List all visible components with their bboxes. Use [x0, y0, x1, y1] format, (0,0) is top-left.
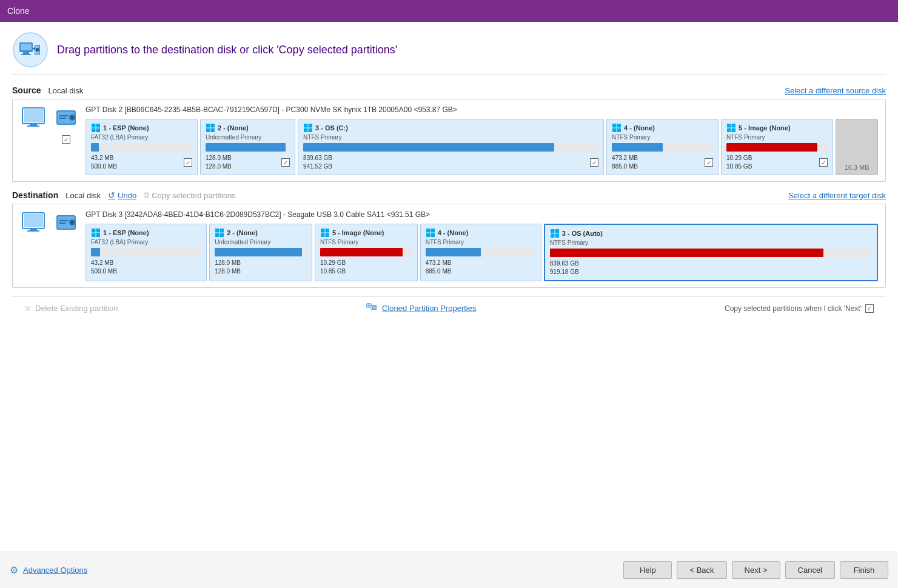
gray-space-label: 16.3 MB: [845, 164, 870, 171]
svg-rect-21: [210, 124, 215, 128]
svg-rect-4: [21, 54, 31, 55]
partition-size-values: 473.2 MB885.0 MB: [426, 259, 452, 276]
dest-partition-4[interactable]: 4 - (None) NTFS Primary 473.2 MB885.0 MB: [420, 224, 541, 281]
partition-checkbox[interactable]: [819, 158, 828, 167]
partition-checkbox[interactable]: [705, 158, 713, 167]
help-button[interactable]: Help: [623, 561, 672, 579]
finish-button[interactable]: Finish: [840, 561, 888, 579]
partition-size-values: 128.0 MB128.0 MB: [215, 259, 241, 276]
source-disk-container: GPT Disk 2 [BB06C645-2235-4B5B-BCAC-7912…: [12, 99, 886, 182]
source-partition-5[interactable]: 5 - Image (None) NTFS Primary 10.29 GB10…: [721, 119, 833, 175]
svg-rect-32: [727, 124, 731, 128]
svg-rect-20: [206, 124, 210, 128]
partition-size-values: 43.2 MB500.0 MB: [91, 154, 117, 171]
cancel-button[interactable]: Cancel: [785, 561, 835, 579]
partition-title: 2 - (None): [215, 228, 307, 238]
partition-checkbox-area[interactable]: [705, 158, 713, 167]
partition-title: 3 - OS (Auto): [550, 229, 872, 238]
partition-type: NTFS Primary: [550, 239, 872, 246]
partition-checkbox-area[interactable]: [590, 158, 598, 167]
source-monitor-icon: [20, 105, 47, 134]
partition-bar-bg: [206, 143, 290, 152]
next-button[interactable]: Next >: [732, 561, 780, 579]
source-partition-2[interactable]: 2 - (None) Unformatted Primary 128.0 MB1…: [200, 119, 295, 175]
partition-checkbox[interactable]: [184, 158, 192, 167]
source-select-checkbox[interactable]: [62, 135, 70, 144]
partition-checkbox[interactable]: [590, 158, 598, 167]
svg-rect-51: [220, 229, 224, 233]
svg-rect-18: [92, 129, 96, 133]
partition-checkbox-area[interactable]: [281, 158, 290, 167]
destination-hdd-icon: [54, 210, 78, 236]
dest-partition-2[interactable]: 2 - (None) Unformatted Primary 128.0 MB1…: [209, 224, 312, 281]
partition-sizes: 10.29 GB10.85 GB: [320, 259, 412, 276]
partition-size-values: 10.29 GB10.85 GB: [320, 259, 346, 276]
delete-x-icon: ✕: [24, 304, 32, 313]
dest-partition-1[interactable]: 1 - ESP (None) FAT32 (LBA) Primary 43.2 …: [85, 224, 207, 281]
partition-size-values: 43.2 MB500.0 MB: [91, 259, 117, 276]
svg-rect-23: [210, 129, 215, 133]
partition-title: 5 - Image (None): [726, 123, 828, 133]
svg-rect-54: [321, 229, 325, 233]
svg-rect-14: [59, 115, 69, 116]
back-button[interactable]: < Back: [677, 561, 726, 579]
svg-rect-3: [23, 52, 29, 54]
undo-button[interactable]: ↺ Undo: [108, 190, 136, 200]
select-target-link[interactable]: Select a different target disk: [788, 191, 886, 200]
source-disk-info: GPT Disk 2 [BB06C645-2235-4B5B-BCAC-7912…: [85, 105, 878, 175]
source-partition-4[interactable]: 4 - (None) NTFS Primary 473.2 MB885.0 MB: [606, 119, 719, 175]
svg-rect-9: [27, 125, 39, 127]
header-title: Drag partitions to the destination disk …: [57, 44, 397, 56]
partition-type: Unformatted Primary: [206, 134, 290, 141]
partition-size-values: 839.63 GB941.52 GB: [303, 154, 332, 171]
svg-rect-28: [612, 124, 617, 128]
source-partition-1[interactable]: 1 - ESP (None) FAT32 (LBA) Primary 43.2 …: [85, 119, 198, 175]
svg-rect-64: [551, 234, 555, 238]
partition-bar-fill: [303, 143, 554, 152]
svg-rect-30: [612, 129, 617, 133]
partition-checkbox-area[interactable]: [819, 158, 828, 167]
partition-type: FAT32 (LBA) Primary: [91, 134, 192, 141]
partition-title: 2 - (None): [206, 123, 290, 133]
svg-point-43: [71, 221, 73, 224]
partition-size-values: 128.0 MB128.0 MB: [206, 154, 232, 171]
source-disk-type: Local disk: [48, 86, 83, 95]
source-partition-3[interactable]: 3 - OS (C:) NTFS Primary 839.63 GB941.52…: [298, 119, 604, 175]
svg-rect-45: [59, 222, 66, 224]
svg-rect-62: [551, 229, 555, 233]
destination-label: Destination: [12, 190, 58, 200]
svg-rect-15: [59, 118, 66, 119]
advanced-options-link[interactable]: Advanced Options: [23, 566, 87, 575]
svg-rect-17: [96, 124, 101, 128]
copy-next-checkbox[interactable]: [865, 304, 874, 313]
svg-rect-55: [325, 229, 329, 233]
partition-sizes: 128.0 MB128.0 MB: [215, 259, 307, 276]
header-section: Drag partitions to the destination disk …: [12, 32, 886, 75]
copy-partitions-button[interactable]: ⧉ Copy selected partitions: [144, 190, 236, 200]
partition-title: 4 - (None): [612, 123, 713, 133]
dest-partition-3[interactable]: 3 - OS (Auto) NTFS Primary 839.63 GB919.…: [544, 224, 878, 281]
clone-icon: [12, 32, 49, 68]
source-disk-title: GPT Disk 2 [BB06C645-2235-4B5B-BCAC-7912…: [85, 105, 878, 114]
svg-rect-19: [96, 129, 101, 133]
source-gray-space: 16.3 MB: [836, 119, 878, 175]
destination-header-left: Destination Local disk ↺ Undo ⧉ Copy sel…: [12, 190, 236, 200]
partition-sizes: 128.0 MB128.0 MB: [206, 154, 290, 171]
bottom-bar: ⚙ Advanced Options Help < Back Next > Ca…: [0, 552, 898, 588]
svg-rect-37: [24, 214, 43, 227]
svg-rect-38: [30, 229, 37, 230]
dest-partition-5[interactable]: 5 - Image (None) NTFS Primary 10.29 GB10…: [315, 224, 418, 281]
partition-bar-bg: [612, 143, 713, 152]
source-header-row: Source Local disk Select a different sou…: [12, 85, 886, 95]
source-header-left: Source Local disk: [12, 85, 83, 95]
cloned-props-link[interactable]: Cloned Partition Properties: [382, 304, 476, 313]
partition-checkbox[interactable]: [281, 158, 290, 167]
partition-type: NTFS Primary: [612, 134, 713, 141]
select-source-link[interactable]: Select a different source disk: [785, 86, 886, 95]
svg-rect-27: [309, 129, 313, 133]
partition-bar-fill: [206, 143, 286, 152]
partition-checkbox-area[interactable]: [184, 158, 192, 167]
bottom-right: Help < Back Next > Cancel Finish: [623, 561, 888, 579]
partition-bar-bg: [91, 248, 201, 256]
svg-rect-56: [321, 233, 325, 238]
